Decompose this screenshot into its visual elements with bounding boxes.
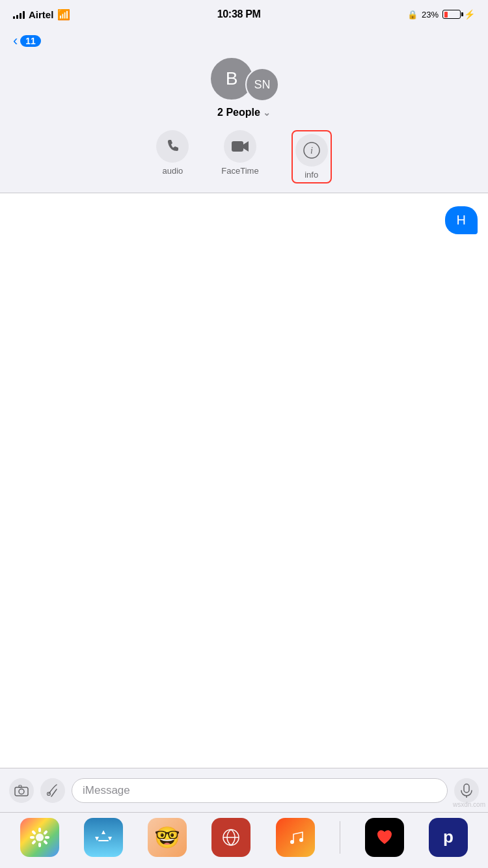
group-title[interactable]: 2 People ⌄ xyxy=(0,105,488,125)
input-bar: iMessage xyxy=(0,768,488,812)
signal-bars xyxy=(13,10,25,19)
watermark: wsxdn.com xyxy=(450,800,488,809)
signal-bar-4 xyxy=(23,11,25,19)
svg-point-4 xyxy=(19,789,24,794)
status-right: 🔒 23% ⚡ xyxy=(407,9,475,20)
status-left: Airtel 📶 xyxy=(13,8,70,21)
info-button-highlight[interactable]: i info xyxy=(291,130,332,183)
header-area: ‹ 11 B SN 2 People ⌄ audio xyxy=(0,29,488,193)
svg-rect-14 xyxy=(31,830,36,835)
signal-bar-3 xyxy=(20,13,21,19)
dock-item-appstore[interactable] xyxy=(84,818,123,857)
dock-item-memoji[interactable]: 🤓 xyxy=(148,818,187,857)
dock-item-photos[interactable] xyxy=(20,818,59,857)
dock-item-music[interactable] xyxy=(276,818,315,857)
signal-bar-1 xyxy=(13,16,15,19)
svg-rect-15 xyxy=(43,830,48,835)
info-label: info xyxy=(305,170,318,180)
svg-rect-7 xyxy=(464,784,469,793)
svg-rect-11 xyxy=(38,843,41,847)
back-badge: 11 xyxy=(20,35,41,47)
battery-fill xyxy=(444,12,448,18)
status-bar: Airtel 📶 10:38 PM 🔒 23% ⚡ xyxy=(0,0,488,29)
dock-divider xyxy=(340,821,340,854)
action-buttons-row: audio FaceTime i info xyxy=(0,125,488,193)
group-title-text: 2 People xyxy=(217,107,260,118)
dock-item-browser[interactable] xyxy=(211,818,251,857)
svg-point-20 xyxy=(290,840,294,844)
svg-rect-5 xyxy=(19,785,21,787)
memoji-icon: 🤓 xyxy=(148,818,187,857)
signal-bar-2 xyxy=(16,15,18,19)
audio-label: audio xyxy=(162,166,183,176)
input-placeholder: iMessage xyxy=(83,784,130,797)
battery-body xyxy=(442,10,461,19)
heart-app-icon xyxy=(365,818,404,857)
battery-container: ⚡ xyxy=(442,9,475,20)
avatars-container: B SN xyxy=(0,51,488,105)
facetime-icon xyxy=(224,130,256,163)
action-facetime-button[interactable]: FaceTime xyxy=(221,130,258,183)
battery-percent: 23% xyxy=(422,10,439,20)
back-chevron-icon: ‹ xyxy=(13,34,18,48)
wifi-icon: 📶 xyxy=(57,8,70,21)
svg-point-21 xyxy=(299,838,303,842)
carrier-name: Airtel xyxy=(29,9,53,20)
appstore-icon xyxy=(84,818,123,857)
svg-rect-10 xyxy=(38,828,41,832)
audio-record-button[interactable] xyxy=(454,778,479,803)
battery-bolt-icon: ⚡ xyxy=(464,9,475,20)
status-time: 10:38 PM xyxy=(217,8,261,20)
apps-button[interactable] xyxy=(40,778,65,803)
imessage-input[interactable]: iMessage xyxy=(72,778,448,803)
action-info-button[interactable]: i info xyxy=(295,134,328,180)
camera-button[interactable] xyxy=(9,778,34,803)
svg-rect-13 xyxy=(45,836,49,839)
svg-rect-16 xyxy=(31,839,36,845)
photos-icon xyxy=(20,818,59,857)
back-button[interactable]: ‹ 11 xyxy=(13,34,41,48)
message-bubble: H xyxy=(445,206,478,234)
dock-item-heart[interactable] xyxy=(365,818,404,857)
dock-item-p[interactable]: p xyxy=(429,818,468,857)
avatar-sn: SN xyxy=(245,68,279,102)
music-icon xyxy=(276,818,315,857)
svg-rect-12 xyxy=(30,836,34,839)
messages-area: H xyxy=(0,193,488,733)
svg-rect-17 xyxy=(43,839,48,845)
browser-icon xyxy=(211,818,251,857)
svg-text:i: i xyxy=(310,146,313,156)
message-text: H xyxy=(457,213,466,227)
dock: 🤓 p xyxy=(0,812,488,868)
p-app-icon: p xyxy=(429,818,468,857)
audio-icon xyxy=(156,130,189,163)
lock-icon: 🔒 xyxy=(407,10,418,20)
action-audio-button[interactable]: audio xyxy=(156,130,189,183)
nav-row: ‹ 11 xyxy=(0,29,488,51)
chevron-down-icon: ⌄ xyxy=(263,107,271,118)
svg-rect-0 xyxy=(232,141,243,152)
facetime-label: FaceTime xyxy=(221,166,258,176)
info-icon: i xyxy=(295,134,328,167)
svg-point-9 xyxy=(36,834,44,841)
